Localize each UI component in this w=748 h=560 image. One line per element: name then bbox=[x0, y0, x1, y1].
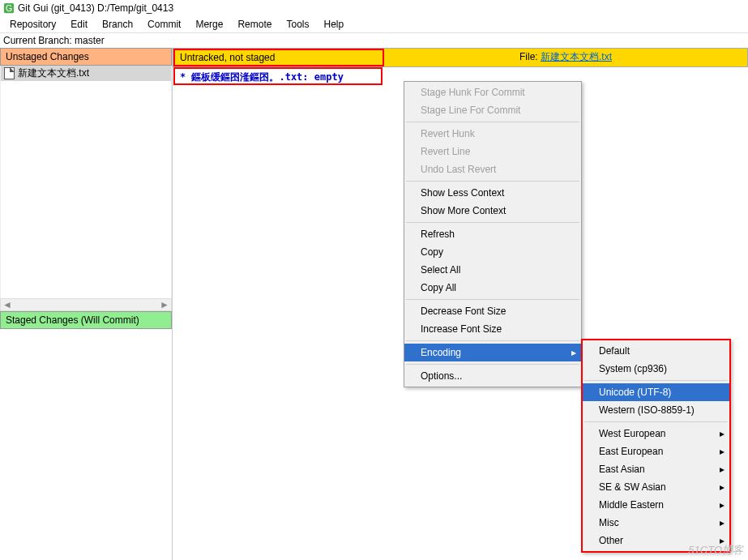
staged-header: Staged Changes (Will Commit) bbox=[0, 311, 172, 329]
menu-item-west-european[interactable]: West European▸ bbox=[583, 425, 729, 442]
submenu-arrow-icon: ▸ bbox=[720, 517, 724, 528]
menu-separator bbox=[406, 299, 579, 300]
git-app-icon: G bbox=[3, 2, 15, 14]
list-item[interactable]: 新建文本文档.txt bbox=[1, 66, 171, 81]
window-title: Git Gui (git_0413) D:/Temp/git_0413 bbox=[18, 2, 173, 14]
diff-status: Untracked, not staged bbox=[173, 49, 384, 66]
submenu-arrow-icon: ▸ bbox=[720, 481, 724, 493]
unstaged-file-list[interactable]: 新建文本文档.txt bbox=[0, 66, 172, 298]
menu-item-east-european[interactable]: East European▸ bbox=[583, 442, 729, 460]
menu-item-system-cp936-[interactable]: System (cp936) bbox=[583, 360, 729, 378]
context-menu: Stage Hunk For CommitStage Line For Comm… bbox=[404, 81, 582, 387]
menu-item-east-asian[interactable]: East Asian▸ bbox=[583, 460, 729, 478]
menu-edit[interactable]: Edit bbox=[64, 18, 94, 31]
current-branch-label: Current Branch: master bbox=[0, 33, 748, 48]
menu-item-encoding[interactable]: Encoding▸ bbox=[404, 344, 581, 361]
menu-item-default[interactable]: Default bbox=[583, 342, 729, 360]
file-icon bbox=[4, 67, 15, 79]
menu-item-decrease-font-size[interactable]: Decrease Font Size bbox=[404, 302, 581, 320]
menu-separator bbox=[406, 122, 579, 122]
menu-item-stage-line-for-commit: Stage Line For Commit bbox=[404, 101, 581, 119]
menu-separator bbox=[584, 380, 728, 381]
menu-bar: Repository Edit Branch Commit Merge Remo… bbox=[0, 16, 748, 33]
menu-item-unicode-utf-8-[interactable]: Unicode (UTF-8) bbox=[583, 383, 729, 401]
menu-help[interactable]: Help bbox=[317, 18, 350, 31]
menu-repository[interactable]: Repository bbox=[3, 18, 62, 31]
menu-item-options-[interactable]: Options... bbox=[404, 367, 581, 385]
menu-item-refresh[interactable]: Refresh bbox=[404, 225, 581, 243]
menu-item-se-sw-asian[interactable]: SE & SW Asian▸ bbox=[583, 478, 729, 496]
menu-item-stage-hunk-for-commit: Stage Hunk For Commit bbox=[404, 83, 581, 101]
diff-file-link[interactable]: 新建文本文档.txt bbox=[541, 51, 612, 62]
menu-separator bbox=[584, 421, 728, 422]
scrollbar-horizontal[interactable]: ◄► bbox=[0, 298, 172, 311]
left-column: Unstaged Changes 新建文本文档.txt ◄► Staged Ch… bbox=[0, 48, 173, 560]
encoding-submenu: DefaultSystem (cp936)Unicode (UTF-8)West… bbox=[581, 339, 731, 553]
menu-item-western-iso-8859-1-[interactable]: Western (ISO-8859-1) bbox=[583, 401, 729, 419]
menu-item-copy[interactable]: Copy bbox=[404, 243, 581, 261]
menu-tools[interactable]: Tools bbox=[280, 18, 315, 31]
menu-item-select-all[interactable]: Select All bbox=[404, 261, 581, 279]
window-titlebar: G Git Gui (git_0413) D:/Temp/git_0413 bbox=[0, 0, 748, 16]
file-name-label: 新建文本文档.txt bbox=[18, 66, 89, 80]
menu-commit[interactable]: Commit bbox=[141, 18, 187, 31]
menu-item-misc[interactable]: Misc▸ bbox=[583, 514, 729, 532]
menu-item-copy-all[interactable]: Copy All bbox=[404, 279, 581, 297]
menu-item-revert-line: Revert Line bbox=[404, 143, 581, 160]
staged-file-list[interactable] bbox=[0, 329, 172, 561]
menu-branch[interactable]: Branch bbox=[96, 18, 139, 31]
menu-item-revert-hunk: Revert Hunk bbox=[404, 125, 581, 143]
menu-separator bbox=[406, 340, 579, 341]
unstaged-header: Unstaged Changes bbox=[0, 48, 172, 66]
diff-file-label-area: File: 新建文本文档.txt bbox=[384, 49, 747, 66]
diff-content-line: * 鏂板缓鏂囨湰鏂囨。.txt: empty bbox=[173, 67, 383, 85]
submenu-arrow-icon: ▸ bbox=[571, 347, 576, 358]
menu-remote[interactable]: Remote bbox=[231, 18, 278, 31]
menu-separator bbox=[406, 222, 579, 223]
menu-item-increase-font-size[interactable]: Increase Font Size bbox=[404, 320, 581, 338]
submenu-arrow-icon: ▸ bbox=[720, 446, 724, 457]
submenu-arrow-icon: ▸ bbox=[720, 499, 724, 511]
menu-item-undo-last-revert: Undo Last Revert bbox=[404, 160, 581, 178]
submenu-arrow-icon: ▸ bbox=[720, 464, 724, 475]
watermark: 51CTO博客 bbox=[688, 543, 743, 558]
diff-header: Untracked, not staged File: 新建文本文档.txt bbox=[173, 48, 748, 67]
menu-separator bbox=[406, 364, 579, 365]
menu-separator bbox=[406, 181, 579, 182]
menu-merge[interactable]: Merge bbox=[189, 18, 229, 31]
menu-item-middle-eastern[interactable]: Middle Eastern▸ bbox=[583, 496, 729, 514]
file-label: File: bbox=[519, 51, 538, 62]
menu-item-show-more-context[interactable]: Show More Context bbox=[404, 202, 581, 220]
submenu-arrow-icon: ▸ bbox=[720, 428, 724, 439]
svg-text:G: G bbox=[6, 3, 12, 13]
menu-item-show-less-context[interactable]: Show Less Context bbox=[404, 184, 581, 202]
